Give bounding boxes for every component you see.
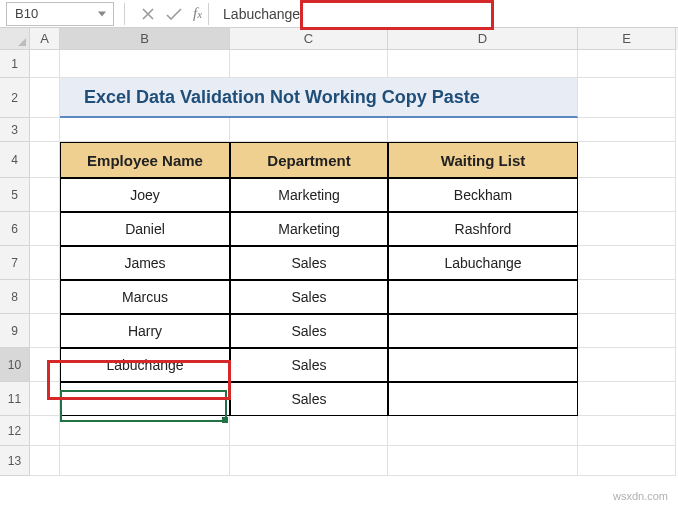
cell-waiting[interactable]: Labuchange bbox=[388, 246, 578, 280]
row-header[interactable]: 7 bbox=[0, 246, 30, 280]
cell-employee[interactable] bbox=[60, 382, 230, 416]
cell[interactable] bbox=[30, 50, 60, 78]
row-header[interactable]: 2 bbox=[0, 78, 30, 118]
cell[interactable] bbox=[30, 246, 60, 280]
column-header-B[interactable]: B bbox=[60, 28, 230, 50]
cell-employee[interactable]: James bbox=[60, 246, 230, 280]
cell-employee[interactable]: Labuchange bbox=[60, 348, 230, 382]
cell[interactable] bbox=[578, 118, 676, 142]
row-header[interactable]: 13 bbox=[0, 446, 30, 476]
cell[interactable] bbox=[60, 118, 230, 142]
cell[interactable] bbox=[30, 280, 60, 314]
cell[interactable] bbox=[578, 280, 676, 314]
cell-department[interactable]: Sales bbox=[230, 280, 388, 314]
cell[interactable] bbox=[30, 314, 60, 348]
cell[interactable] bbox=[388, 446, 578, 476]
cancel-button[interactable] bbox=[135, 3, 161, 25]
cell[interactable] bbox=[60, 446, 230, 476]
cell[interactable] bbox=[388, 416, 578, 446]
title-cell[interactable]: Excel Data Validation Not Working Copy P… bbox=[60, 78, 578, 118]
row-header[interactable]: 9 bbox=[0, 314, 30, 348]
cell[interactable] bbox=[230, 446, 388, 476]
cell-department[interactable]: Sales bbox=[230, 382, 388, 416]
column-headers: A B C D E bbox=[0, 28, 678, 50]
cell-waiting[interactable] bbox=[388, 382, 578, 416]
row-header[interactable]: 10 bbox=[0, 348, 30, 382]
table-row: 8 Marcus Sales bbox=[0, 280, 678, 314]
table-row: 7 James Sales Labuchange bbox=[0, 246, 678, 280]
cell[interactable] bbox=[30, 142, 60, 178]
table-header[interactable]: Department bbox=[230, 142, 388, 178]
cell[interactable] bbox=[30, 118, 60, 142]
cell[interactable] bbox=[578, 348, 676, 382]
cell-department[interactable]: Sales bbox=[230, 314, 388, 348]
watermark: wsxdn.com bbox=[613, 490, 668, 502]
formula-bar: B10 fx Labuchange bbox=[0, 0, 678, 28]
formula-input[interactable]: Labuchange bbox=[213, 3, 678, 25]
row-header[interactable]: 4 bbox=[0, 142, 30, 178]
page-title: Excel Data Validation Not Working Copy P… bbox=[84, 87, 480, 108]
cell-department[interactable]: Sales bbox=[230, 246, 388, 280]
fx-icon[interactable]: fx bbox=[187, 5, 208, 22]
row-header[interactable]: 8 bbox=[0, 280, 30, 314]
name-box[interactable]: B10 bbox=[6, 2, 114, 26]
row-header[interactable]: 5 bbox=[0, 178, 30, 212]
cell[interactable] bbox=[230, 118, 388, 142]
row-header[interactable]: 12 bbox=[0, 416, 30, 446]
cell[interactable] bbox=[30, 348, 60, 382]
cell-waiting[interactable] bbox=[388, 280, 578, 314]
cell[interactable] bbox=[30, 212, 60, 246]
cell[interactable] bbox=[30, 78, 60, 118]
enter-button[interactable] bbox=[161, 3, 187, 25]
cell-waiting[interactable] bbox=[388, 348, 578, 382]
name-box-dropdown-icon[interactable] bbox=[95, 7, 109, 21]
cell[interactable] bbox=[578, 314, 676, 348]
row-header[interactable]: 1 bbox=[0, 50, 30, 78]
table-header[interactable]: Waiting List bbox=[388, 142, 578, 178]
cell[interactable] bbox=[388, 118, 578, 142]
row-header[interactable]: 6 bbox=[0, 212, 30, 246]
cell[interactable] bbox=[578, 382, 676, 416]
cell[interactable] bbox=[578, 78, 676, 118]
cell[interactable] bbox=[30, 178, 60, 212]
cell[interactable] bbox=[578, 246, 676, 280]
cell[interactable] bbox=[578, 178, 676, 212]
cell-department[interactable]: Marketing bbox=[230, 212, 388, 246]
cell[interactable] bbox=[578, 50, 676, 78]
cell-waiting[interactable]: Rashford bbox=[388, 212, 578, 246]
grid-row: 1 bbox=[0, 50, 678, 78]
table-header[interactable]: Employee Name bbox=[60, 142, 230, 178]
select-all-corner[interactable] bbox=[0, 28, 30, 50]
cell-waiting[interactable]: Beckham bbox=[388, 178, 578, 212]
row-header[interactable]: 11 bbox=[0, 382, 30, 416]
grid-row: 3 bbox=[0, 118, 678, 142]
cell[interactable] bbox=[230, 416, 388, 446]
column-header-E[interactable]: E bbox=[578, 28, 676, 50]
cell-employee[interactable]: Harry bbox=[60, 314, 230, 348]
cell-employee[interactable]: Daniel bbox=[60, 212, 230, 246]
cell[interactable] bbox=[578, 416, 676, 446]
cell[interactable] bbox=[60, 50, 230, 78]
cell[interactable] bbox=[578, 446, 676, 476]
separator bbox=[124, 3, 125, 25]
cell[interactable] bbox=[578, 142, 676, 178]
cell[interactable] bbox=[388, 50, 578, 78]
cell[interactable] bbox=[30, 416, 60, 446]
name-box-value: B10 bbox=[15, 6, 38, 21]
cell-waiting[interactable] bbox=[388, 314, 578, 348]
column-header-A[interactable]: A bbox=[30, 28, 60, 50]
cell[interactable] bbox=[60, 416, 230, 446]
cell[interactable] bbox=[230, 50, 388, 78]
cell[interactable] bbox=[30, 446, 60, 476]
row-header[interactable]: 3 bbox=[0, 118, 30, 142]
cell-employee[interactable]: Joey bbox=[60, 178, 230, 212]
cell-department[interactable]: Sales bbox=[230, 348, 388, 382]
grid-row: 4 Employee Name Department Waiting List bbox=[0, 142, 678, 178]
cell[interactable] bbox=[578, 212, 676, 246]
cell-employee[interactable]: Marcus bbox=[60, 280, 230, 314]
cell[interactable] bbox=[30, 382, 60, 416]
table-row: 6 Daniel Marketing Rashford bbox=[0, 212, 678, 246]
column-header-D[interactable]: D bbox=[388, 28, 578, 50]
column-header-C[interactable]: C bbox=[230, 28, 388, 50]
cell-department[interactable]: Marketing bbox=[230, 178, 388, 212]
